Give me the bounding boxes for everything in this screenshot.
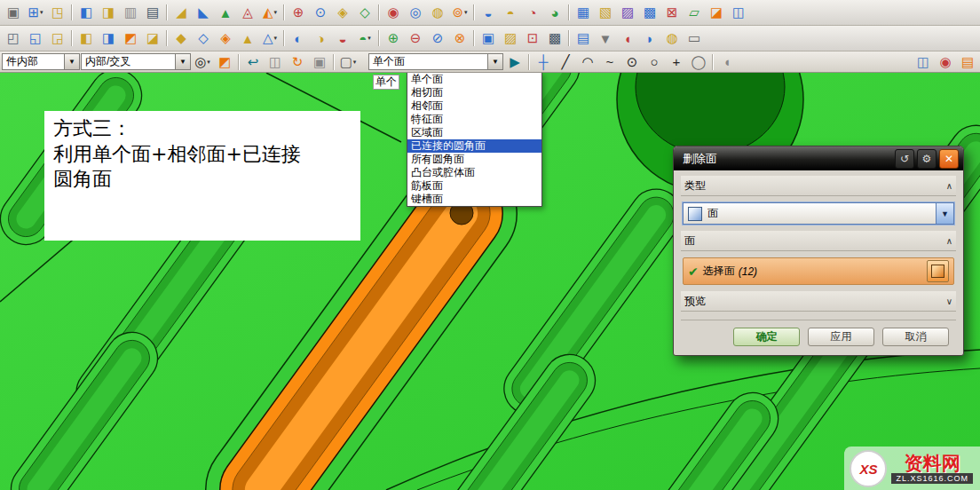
- collapse-up-icon[interactable]: ∧: [946, 181, 952, 191]
- toolbar-icon[interactable]: ◈: [215, 28, 236, 49]
- toolbar-icon[interactable]: ◒: [332, 28, 353, 49]
- selection-tool-icon[interactable]: ┼: [533, 51, 554, 73]
- toolbar-icon[interactable]: ◭: [259, 2, 281, 23]
- toolbar-icon[interactable]: ◧: [75, 2, 97, 23]
- collapse-up-icon[interactable]: ∧: [946, 236, 952, 246]
- toolbar-icon[interactable]: ⊕: [288, 2, 309, 23]
- toolbar-icon[interactable]: ◐: [288, 28, 309, 49]
- toolbar-icon[interactable]: ◪: [706, 2, 727, 23]
- toolbar-icon[interactable]: ◇: [354, 2, 375, 23]
- toolbar-icon[interactable]: ▥: [120, 2, 141, 23]
- selection-tool-icon[interactable]: ◎: [192, 51, 213, 73]
- toolbar-icon[interactable]: ◫: [728, 2, 749, 23]
- toolbar-icon[interactable]: ▤: [142, 2, 163, 23]
- toolbar-icon[interactable]: ◓: [500, 2, 521, 23]
- selection-tool-icon[interactable]: ◖: [716, 51, 738, 73]
- apply-button[interactable]: 应用: [808, 328, 874, 346]
- dialog-settings-button[interactable]: ⚙: [917, 149, 937, 169]
- scope-filter-combo[interactable]: 内部/交叉 ▼: [81, 53, 191, 70]
- toolbar-icon[interactable]: ◉: [383, 2, 404, 23]
- toolbar-icon[interactable]: ▭: [684, 28, 705, 49]
- toolbar-icon[interactable]: ◱: [25, 28, 46, 49]
- toolbar-icon[interactable]: ▣: [478, 28, 499, 49]
- dropdown-item[interactable]: 区域面: [407, 126, 541, 139]
- toolbar-icon[interactable]: ⊙: [310, 2, 331, 23]
- toolbar-icon[interactable]: ◎: [405, 2, 426, 23]
- toolbar-icon[interactable]: ▩: [639, 2, 660, 23]
- toolbar-icon[interactable]: ◨: [98, 28, 119, 49]
- toolbar-icon[interactable]: ◒: [478, 2, 499, 23]
- section-header-face[interactable]: 面 ∧: [681, 231, 956, 251]
- toolbar-icon[interactable]: ▼: [595, 28, 616, 49]
- dropdown-item[interactable]: 键槽面: [407, 193, 541, 206]
- collapse-down-icon[interactable]: ∨: [946, 296, 952, 306]
- selection-tool-icon[interactable]: ~: [599, 51, 620, 73]
- toolbar-icon[interactable]: ◈: [332, 2, 353, 23]
- dialog-title-bar[interactable]: 删除面 ↺ ⚙ ✕: [674, 146, 963, 170]
- select-face-button[interactable]: [927, 260, 949, 282]
- toolbar-icon[interactable]: ◓: [354, 28, 375, 49]
- chevron-down-icon[interactable]: ▼: [936, 203, 953, 224]
- dropdown-item[interactable]: 单个面: [407, 73, 541, 86]
- toolbar-icon[interactable]: ▲: [215, 2, 236, 23]
- selection-tool-icon[interactable]: ▤: [957, 51, 978, 73]
- toolbar-icon[interactable]: ◕: [544, 2, 565, 23]
- toolbar-icon[interactable]: ⊠: [661, 2, 683, 23]
- selection-tool-icon[interactable]: ▶: [504, 51, 526, 73]
- selection-tool-icon[interactable]: ▢: [337, 51, 359, 73]
- toolbar-icon[interactable]: ◣: [193, 2, 214, 23]
- toolbar-icon[interactable]: ◗: [639, 28, 660, 49]
- part-filter-combo[interactable]: 件内部 ▼: [2, 53, 80, 70]
- toolbar-icon[interactable]: ◳: [47, 2, 68, 23]
- toolbar-icon[interactable]: ▱: [684, 2, 705, 23]
- face-type-combo[interactable]: 面 ▼: [683, 202, 954, 225]
- toolbar-icon[interactable]: ⊘: [427, 28, 448, 49]
- toolbar-icon[interactable]: ▨: [617, 2, 638, 23]
- selection-tool-icon[interactable]: ↩: [242, 51, 264, 73]
- cancel-button[interactable]: 取消: [882, 328, 949, 346]
- toolbar-icon[interactable]: ▨: [500, 28, 521, 49]
- selection-tool-icon[interactable]: ↻: [287, 51, 308, 73]
- toolbar-icon[interactable]: ▤: [573, 28, 594, 49]
- toolbar-icon[interactable]: ▧: [595, 2, 616, 23]
- toolbar-icon[interactable]: ◍: [427, 2, 448, 23]
- selection-tool-icon[interactable]: ╱: [555, 51, 576, 73]
- toolbar-icon[interactable]: ◩: [120, 28, 141, 49]
- toolbar-icon[interactable]: ⊡: [522, 28, 543, 49]
- dropdown-item[interactable]: 相切面: [407, 86, 541, 99]
- toolbar-icon[interactable]: ⊖: [405, 28, 426, 49]
- toolbar-icon[interactable]: ⊚: [449, 2, 470, 23]
- selection-tool-icon[interactable]: ▣: [309, 51, 330, 73]
- select-face-row[interactable]: ✔ 选择面 (12): [683, 257, 954, 285]
- toolbar-icon[interactable]: ⊕: [383, 28, 404, 49]
- toolbar-icon[interactable]: ▣: [3, 2, 24, 23]
- toolbar-icon[interactable]: ◍: [661, 28, 683, 49]
- toolbar-icon[interactable]: ◲: [47, 28, 68, 49]
- selection-tool-icon[interactable]: ○: [644, 51, 665, 73]
- dialog-reset-button[interactable]: ↺: [895, 149, 914, 169]
- selection-tool-icon[interactable]: ◫: [265, 51, 286, 73]
- dropdown-item[interactable]: 凸台或腔体面: [407, 166, 541, 179]
- section-header-preview[interactable]: 预览 ∨: [681, 291, 956, 312]
- dropdown-item[interactable]: 特征面: [407, 113, 541, 126]
- toolbar-icon[interactable]: ◨: [98, 2, 119, 23]
- chevron-down-icon[interactable]: ▼: [64, 54, 79, 69]
- chevron-down-icon[interactable]: ▼: [487, 54, 502, 69]
- toolbar-icon[interactable]: ◔: [522, 2, 543, 23]
- toolbar-icon[interactable]: ◰: [3, 28, 24, 49]
- toolbar-icon[interactable]: ◑: [310, 28, 331, 49]
- toolbar-icon[interactable]: ◆: [170, 28, 192, 49]
- selection-tool-icon[interactable]: ◫: [913, 51, 934, 73]
- selection-tool-icon[interactable]: ◩: [214, 51, 235, 73]
- toolbar-icon[interactable]: ◖: [617, 28, 638, 49]
- selection-tool-icon[interactable]: ⊙: [621, 51, 643, 73]
- toolbar-icon[interactable]: ⊞: [25, 2, 46, 23]
- dropdown-item[interactable]: 相邻面: [407, 99, 541, 113]
- ok-button[interactable]: 确定: [733, 328, 800, 346]
- dialog-close-button[interactable]: ✕: [939, 149, 959, 169]
- dropdown-item[interactable]: 筋板面: [407, 179, 541, 193]
- toolbar-icon[interactable]: △: [259, 28, 281, 49]
- face-rule-combo[interactable]: 单个面 ▼: [368, 53, 503, 70]
- toolbar-icon[interactable]: ⊗: [449, 28, 470, 49]
- toolbar-icon[interactable]: ▦: [573, 2, 594, 23]
